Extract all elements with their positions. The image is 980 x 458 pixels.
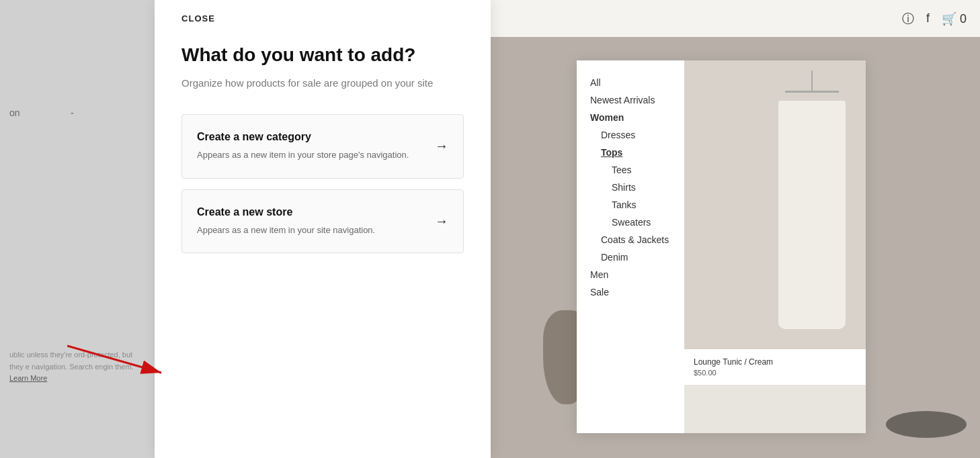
category-card-title: Create a new category <box>197 131 424 143</box>
store-nav-item[interactable]: Newest Arrivals <box>590 91 671 109</box>
product-info: Lounge Tunic / Cream $50.00 <box>684 349 866 385</box>
cloth-decoration <box>772 67 852 322</box>
store-nav-list: AllNewest ArrivalsWomenDressesTopsTeesSh… <box>590 74 671 301</box>
store-nav-item[interactable]: Coats & Jackets <box>590 231 671 248</box>
category-card-desc: Appears as a new item in your store page… <box>197 148 424 162</box>
facebook-icon[interactable]: f <box>926 11 930 26</box>
bg-nav-dash: - <box>71 107 74 118</box>
store-nav-item[interactable]: Denim <box>590 248 671 266</box>
category-arrow-icon: → <box>435 138 448 154</box>
store-preview-panel: AllNewest ArrivalsWomenDressesTopsTeesSh… <box>577 60 866 433</box>
close-label: CLOSE <box>181 13 215 24</box>
modal-title: What do you want to add? <box>181 44 464 66</box>
store-card-desc: Appears as a new item in your site navig… <box>197 224 424 237</box>
product-price: $50.00 <box>694 369 856 377</box>
store-nav-item[interactable]: Tanks <box>590 196 671 214</box>
store-preview-product: Lounge Tunic / Cream $50.00 <box>684 60 866 433</box>
hanger-bar <box>785 91 839 93</box>
store-nav-item[interactable]: Sale <box>590 283 671 301</box>
bg-nav-label: on <box>0 107 67 118</box>
modal-subtitle: Organize how products for sale are group… <box>181 76 464 91</box>
store-nav-item[interactable]: All <box>590 74 671 91</box>
modal-panel: CLOSE What do you want to add? Organize … <box>155 0 491 458</box>
cloth-body <box>778 101 846 329</box>
store-nav-item[interactable]: Tees <box>590 161 671 179</box>
instagram-icon[interactable]: ⓘ <box>902 11 914 27</box>
hanger-hook <box>811 71 813 91</box>
category-card-text: Create a new category Appears as a new i… <box>197 131 424 162</box>
bowl-decoration <box>886 411 967 438</box>
background-right-panel: ⓘ f 🛒 0 AllNewest ArrivalsWomenDressesTo… <box>489 0 980 458</box>
create-category-card[interactable]: Create a new category Appears as a new i… <box>181 114 464 179</box>
store-card-title: Create a new store <box>197 206 424 218</box>
product-name: Lounge Tunic / Cream <box>694 357 856 367</box>
product-image <box>684 60 866 349</box>
create-store-card[interactable]: Create a new store Appears as a new item… <box>181 189 464 254</box>
background-left-text: ublic unless they're ord-protected, but … <box>0 349 155 385</box>
store-nav-item[interactable]: Women <box>590 109 671 126</box>
store-nav-item[interactable]: Men <box>590 266 671 283</box>
close-button[interactable]: CLOSE <box>181 0 464 44</box>
store-nav-item[interactable]: Shirts <box>590 179 671 196</box>
store-header-bar: ⓘ f 🛒 0 <box>489 0 980 37</box>
store-nav-item[interactable]: Dresses <box>590 126 671 144</box>
store-arrow-icon: → <box>435 214 448 229</box>
store-preview-body: AllNewest ArrivalsWomenDressesTopsTeesSh… <box>577 60 866 433</box>
store-preview-nav: AllNewest ArrivalsWomenDressesTopsTeesSh… <box>577 60 684 433</box>
cart-icon[interactable]: 🛒 0 <box>942 11 967 26</box>
store-card-text: Create a new store Appears as a new item… <box>197 206 424 237</box>
background-left-panel <box>0 0 155 458</box>
learn-more-link[interactable]: Learn More <box>9 374 47 382</box>
store-nav-item[interactable]: Sweaters <box>590 214 671 231</box>
store-nav-item[interactable]: Tops <box>590 144 671 161</box>
